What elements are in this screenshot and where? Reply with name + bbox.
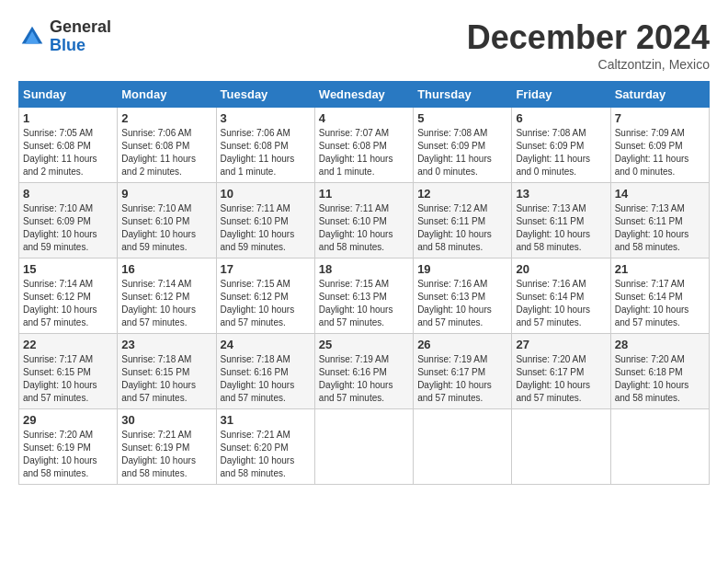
logo-general: General: [50, 18, 111, 37]
calendar-body: 1 Sunrise: 7:05 AM Sunset: 6:08 PM Dayli…: [19, 108, 710, 485]
month-title: December 2024: [467, 18, 710, 57]
calendar-cell: 21 Sunrise: 7:17 AM Sunset: 6:14 PM Dayl…: [610, 259, 709, 334]
calendar-week-4: 22 Sunrise: 7:17 AM Sunset: 6:15 PM Dayl…: [19, 334, 710, 409]
calendar-cell: 13 Sunrise: 7:13 AM Sunset: 6:11 PM Dayl…: [512, 183, 610, 259]
day-info: Sunrise: 7:20 AM Sunset: 6:18 PM Dayligh…: [615, 353, 705, 405]
logo-blue: Blue: [50, 37, 111, 55]
calendar-week-1: 1 Sunrise: 7:05 AM Sunset: 6:08 PM Dayli…: [19, 108, 710, 183]
weekday-header-thursday: Thursday: [414, 82, 512, 108]
day-info: Sunrise: 7:12 AM Sunset: 6:11 PM Dayligh…: [417, 202, 507, 254]
calendar-week-2: 8 Sunrise: 7:10 AM Sunset: 6:09 PM Dayli…: [19, 183, 710, 259]
calendar-cell: 8 Sunrise: 7:10 AM Sunset: 6:09 PM Dayli…: [19, 183, 118, 259]
day-number: 14: [615, 187, 705, 201]
day-number: 15: [23, 262, 113, 276]
day-info: Sunrise: 7:08 AM Sunset: 6:09 PM Dayligh…: [417, 127, 507, 178]
day-number: 28: [615, 338, 705, 351]
day-info: Sunrise: 7:14 AM Sunset: 6:12 PM Dayligh…: [121, 278, 211, 329]
day-info: Sunrise: 7:13 AM Sunset: 6:11 PM Dayligh…: [615, 202, 705, 254]
day-info: Sunrise: 7:11 AM Sunset: 6:10 PM Dayligh…: [319, 202, 409, 254]
day-number: 12: [417, 187, 507, 201]
day-info: Sunrise: 7:19 AM Sunset: 6:17 PM Dayligh…: [417, 353, 507, 405]
day-info: Sunrise: 7:06 AM Sunset: 6:08 PM Dayligh…: [121, 127, 211, 178]
weekday-header-friday: Friday: [512, 82, 610, 108]
calendar-cell: 22 Sunrise: 7:17 AM Sunset: 6:15 PM Dayl…: [19, 334, 118, 409]
day-number: 19: [417, 262, 507, 276]
day-number: 8: [23, 187, 113, 201]
calendar-cell: 16 Sunrise: 7:14 AM Sunset: 6:12 PM Dayl…: [118, 259, 216, 334]
calendar-cell: 26 Sunrise: 7:19 AM Sunset: 6:17 PM Dayl…: [414, 334, 512, 409]
day-info: Sunrise: 7:17 AM Sunset: 6:14 PM Dayligh…: [615, 278, 705, 329]
day-number: 18: [319, 262, 409, 276]
day-number: 26: [417, 338, 507, 351]
day-info: Sunrise: 7:20 AM Sunset: 6:17 PM Dayligh…: [516, 353, 606, 405]
calendar-cell: 28 Sunrise: 7:20 AM Sunset: 6:18 PM Dayl…: [610, 334, 709, 409]
day-info: Sunrise: 7:05 AM Sunset: 6:08 PM Dayligh…: [23, 127, 113, 178]
calendar-cell: 29 Sunrise: 7:20 AM Sunset: 6:19 PM Dayl…: [19, 409, 118, 485]
title-section: December 2024 Caltzontzin, Mexico: [467, 18, 710, 72]
calendar-week-5: 29 Sunrise: 7:20 AM Sunset: 6:19 PM Dayl…: [19, 409, 710, 485]
day-number: 17: [221, 262, 311, 276]
calendar-cell: 7 Sunrise: 7:09 AM Sunset: 6:09 PM Dayli…: [610, 108, 709, 183]
calendar-week-3: 15 Sunrise: 7:14 AM Sunset: 6:12 PM Dayl…: [19, 259, 710, 334]
calendar-cell: 4 Sunrise: 7:07 AM Sunset: 6:08 PM Dayli…: [314, 108, 413, 183]
calendar-cell: [512, 409, 610, 485]
day-info: Sunrise: 7:18 AM Sunset: 6:15 PM Dayligh…: [121, 353, 211, 405]
calendar-cell: 2 Sunrise: 7:06 AM Sunset: 6:08 PM Dayli…: [118, 108, 216, 183]
calendar-cell: 27 Sunrise: 7:20 AM Sunset: 6:17 PM Dayl…: [512, 334, 610, 409]
calendar-cell: 17 Sunrise: 7:15 AM Sunset: 6:12 PM Dayl…: [216, 259, 314, 334]
calendar-cell: 3 Sunrise: 7:06 AM Sunset: 6:08 PM Dayli…: [216, 108, 314, 183]
calendar-cell: 18 Sunrise: 7:15 AM Sunset: 6:13 PM Dayl…: [314, 259, 413, 334]
calendar-table: SundayMondayTuesdayWednesdayThursdayFrid…: [18, 81, 710, 485]
logo-icon: [18, 23, 46, 51]
logo: General Blue: [18, 18, 111, 55]
day-info: Sunrise: 7:20 AM Sunset: 6:19 PM Dayligh…: [23, 429, 113, 480]
day-info: Sunrise: 7:06 AM Sunset: 6:08 PM Dayligh…: [221, 127, 311, 178]
day-number: 20: [516, 262, 606, 276]
day-number: 2: [121, 111, 211, 125]
day-number: 29: [23, 413, 113, 427]
day-number: 21: [615, 262, 705, 276]
day-number: 4: [319, 111, 409, 125]
location: Caltzontzin, Mexico: [467, 57, 710, 72]
calendar-cell: 23 Sunrise: 7:18 AM Sunset: 6:15 PM Dayl…: [118, 334, 216, 409]
day-number: 11: [319, 187, 409, 201]
day-number: 3: [221, 111, 311, 125]
day-number: 31: [221, 413, 311, 427]
day-number: 7: [615, 111, 705, 125]
calendar-cell: 14 Sunrise: 7:13 AM Sunset: 6:11 PM Dayl…: [610, 183, 709, 259]
day-info: Sunrise: 7:07 AM Sunset: 6:08 PM Dayligh…: [319, 127, 409, 178]
day-info: Sunrise: 7:13 AM Sunset: 6:11 PM Dayligh…: [516, 202, 606, 254]
calendar-cell: 10 Sunrise: 7:11 AM Sunset: 6:10 PM Dayl…: [216, 183, 314, 259]
calendar-cell: 24 Sunrise: 7:18 AM Sunset: 6:16 PM Dayl…: [216, 334, 314, 409]
calendar-cell: 30 Sunrise: 7:21 AM Sunset: 6:19 PM Dayl…: [118, 409, 216, 485]
weekday-header-tuesday: Tuesday: [216, 82, 314, 108]
day-number: 24: [221, 338, 311, 351]
day-number: 22: [23, 338, 113, 351]
calendar-cell: 31 Sunrise: 7:21 AM Sunset: 6:20 PM Dayl…: [216, 409, 314, 485]
day-info: Sunrise: 7:17 AM Sunset: 6:15 PM Dayligh…: [23, 353, 113, 405]
day-info: Sunrise: 7:21 AM Sunset: 6:19 PM Dayligh…: [121, 429, 211, 480]
day-info: Sunrise: 7:21 AM Sunset: 6:20 PM Dayligh…: [221, 429, 311, 480]
day-info: Sunrise: 7:09 AM Sunset: 6:09 PM Dayligh…: [615, 127, 705, 178]
weekday-header-sunday: Sunday: [19, 82, 118, 108]
day-number: 9: [121, 187, 211, 201]
weekday-header-wednesday: Wednesday: [314, 82, 413, 108]
day-info: Sunrise: 7:18 AM Sunset: 6:16 PM Dayligh…: [221, 353, 311, 405]
calendar-cell: [610, 409, 709, 485]
day-number: 23: [121, 338, 211, 351]
calendar-cell: 20 Sunrise: 7:16 AM Sunset: 6:14 PM Dayl…: [512, 259, 610, 334]
calendar-cell: [414, 409, 512, 485]
calendar-cell: 25 Sunrise: 7:19 AM Sunset: 6:16 PM Dayl…: [314, 334, 413, 409]
weekday-header-monday: Monday: [118, 82, 216, 108]
page-header: General Blue December 2024 Caltzontzin, …: [18, 18, 710, 72]
calendar-cell: 9 Sunrise: 7:10 AM Sunset: 6:10 PM Dayli…: [118, 183, 216, 259]
calendar-cell: 11 Sunrise: 7:11 AM Sunset: 6:10 PM Dayl…: [314, 183, 413, 259]
day-info: Sunrise: 7:11 AM Sunset: 6:10 PM Dayligh…: [221, 202, 311, 254]
day-info: Sunrise: 7:15 AM Sunset: 6:12 PM Dayligh…: [221, 278, 311, 329]
calendar-header: SundayMondayTuesdayWednesdayThursdayFrid…: [19, 82, 710, 108]
day-info: Sunrise: 7:14 AM Sunset: 6:12 PM Dayligh…: [23, 278, 113, 329]
weekday-header-row: SundayMondayTuesdayWednesdayThursdayFrid…: [19, 82, 710, 108]
day-info: Sunrise: 7:15 AM Sunset: 6:13 PM Dayligh…: [319, 278, 409, 329]
calendar-cell: [314, 409, 413, 485]
calendar-cell: 12 Sunrise: 7:12 AM Sunset: 6:11 PM Dayl…: [414, 183, 512, 259]
